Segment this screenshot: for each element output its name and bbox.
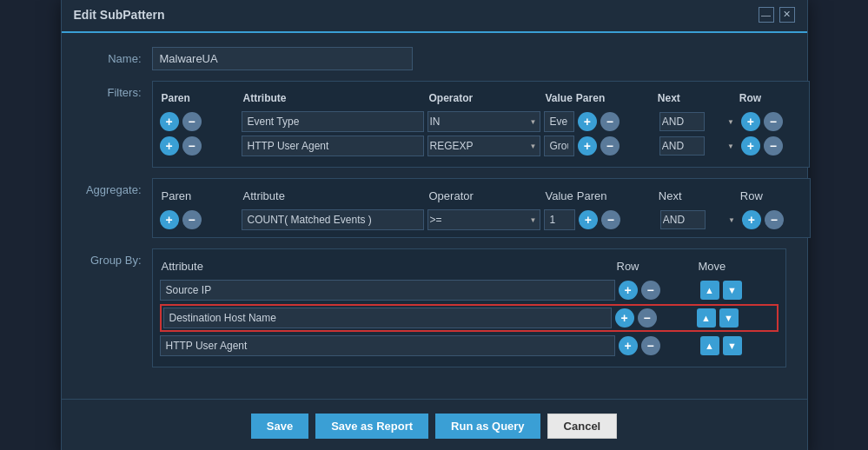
groupby-data-row-1: + − ▲ ▼	[160, 280, 779, 301]
row-cell-1: + −	[741, 112, 802, 131]
footer-buttons: Save Save as Report Run as Query Cancel	[62, 399, 807, 451]
row-remove-2[interactable]: −	[764, 136, 783, 156]
paren-remove-button-1[interactable]: −	[182, 112, 202, 131]
edit-subpattern-dialog: Edit SubPattern — ✕ Name: Filters: Paren…	[61, 0, 808, 450]
gb-row-cell-1: + −	[619, 281, 697, 300]
aggregate-header: Paren Attribute Operator Value Paren Nex…	[160, 186, 803, 206]
run-as-query-button[interactable]: Run as Query	[435, 414, 540, 439]
filter-attribute-1[interactable]	[242, 111, 424, 132]
close-button[interactable]: ✕	[779, 7, 795, 23]
filters-content: Paren Attribute Operator Value Paren Nex…	[152, 81, 810, 168]
col-attribute: Attribute	[243, 92, 426, 104]
agg-paren-right-add-1[interactable]: +	[579, 210, 598, 229]
gb-row-remove-1[interactable]: −	[641, 281, 660, 300]
gb-move-down-3[interactable]: ▼	[723, 336, 742, 355]
filter-operator-select-1[interactable]: IN REGEXP >=	[427, 111, 540, 132]
paren-right-add-1[interactable]: +	[578, 112, 597, 131]
aggregate-content: Paren Attribute Operator Value Paren Nex…	[152, 178, 811, 238]
save-button[interactable]: Save	[251, 414, 308, 439]
col-row: Row	[739, 92, 800, 104]
col-paren1: Paren	[162, 92, 240, 104]
gb-row-cell-2: + −	[615, 308, 693, 328]
paren-right-remove-1[interactable]: −	[600, 112, 620, 131]
groupby-container: Attribute Row Move + − ▲ ▼	[152, 248, 786, 367]
agg-next-cell-1: AND OR	[660, 210, 739, 229]
agg-paren-add-1[interactable]: +	[160, 210, 179, 229]
agg-col-next: Next	[659, 189, 737, 202]
paren-right-remove-2[interactable]: −	[600, 136, 620, 156]
agg-value-1[interactable]	[544, 209, 575, 230]
next-cell-2: AND OR	[659, 136, 738, 156]
filter-value-2[interactable]	[544, 136, 574, 156]
gb-row-cell-3: + −	[619, 336, 697, 355]
gb-col-row: Row	[617, 260, 695, 273]
filters-container: Paren Attribute Operator Value Paren Nex…	[152, 81, 810, 168]
agg-next-select-1[interactable]: AND OR	[660, 210, 706, 229]
gb-attribute-2[interactable]	[163, 308, 612, 328]
filter-attribute-2[interactable]	[242, 136, 424, 156]
gb-move-up-3[interactable]: ▲	[700, 336, 719, 355]
gb-move-up-2[interactable]: ▲	[697, 308, 716, 328]
aggregate-data-row-1: + − >= IN REGEXP	[160, 209, 803, 230]
gb-attribute-1[interactable]	[160, 280, 615, 301]
groupby-row: Group By: Attribute Row Move + −	[83, 248, 786, 367]
paren-left-2: + −	[160, 136, 238, 156]
agg-col-attribute: Attribute	[243, 189, 426, 202]
agg-col-row: Row	[740, 189, 801, 202]
aggregate-label: Aggregate:	[83, 178, 152, 196]
agg-paren-right-remove-1[interactable]: −	[601, 210, 620, 229]
gb-row-add-2[interactable]: +	[615, 308, 634, 328]
paren-add-button-1[interactable]: +	[160, 112, 179, 131]
row-add-2[interactable]: +	[741, 136, 760, 156]
agg-row-remove-1[interactable]: −	[765, 210, 784, 229]
gb-move-down-2[interactable]: ▼	[719, 308, 739, 328]
filters-header: Paren Attribute Operator Value Paren Nex…	[160, 89, 802, 108]
agg-operator-select-1[interactable]: >= IN REGEXP	[427, 209, 540, 230]
save-as-report-button[interactable]: Save as Report	[315, 414, 428, 439]
gb-move-cell-1: ▲ ▼	[700, 281, 779, 300]
name-row: Name:	[83, 47, 786, 70]
gb-row-add-1[interactable]: +	[619, 281, 638, 300]
filter-operator-select-2[interactable]: REGEXP IN >=	[427, 136, 540, 156]
row-cell-2: + −	[741, 136, 802, 156]
agg-row-cell-1: + −	[742, 210, 803, 229]
gb-row-remove-2[interactable]: −	[638, 308, 657, 328]
agg-attribute-1[interactable]	[242, 209, 424, 230]
agg-col-paren2: Paren	[577, 189, 655, 202]
paren-right-1: + −	[578, 112, 656, 131]
paren-add-button-2[interactable]: +	[160, 136, 179, 156]
name-content	[152, 47, 786, 70]
gb-row-remove-3[interactable]: −	[641, 336, 660, 355]
groupby-data-row-3: + − ▲ ▼	[160, 335, 779, 356]
operator-wrapper-2: REGEXP IN >=	[427, 136, 540, 156]
filter-value-1[interactable]	[544, 111, 574, 132]
filter-row-1: + − IN REGEXP >=	[160, 111, 802, 132]
next-wrapper-2: AND OR	[659, 136, 738, 156]
name-label: Name:	[83, 47, 152, 65]
paren-remove-button-2[interactable]: −	[182, 136, 202, 156]
col-next: Next	[658, 92, 736, 104]
paren-left-1: + −	[160, 112, 238, 131]
next-select-2[interactable]: AND OR	[659, 136, 705, 156]
titlebar-controls: — ✕	[759, 7, 795, 23]
paren-right-2: + −	[578, 136, 656, 156]
agg-next-wrapper-1: AND OR	[660, 210, 739, 229]
row-remove-1[interactable]: −	[764, 112, 783, 131]
agg-row-add-1[interactable]: +	[742, 210, 761, 229]
minimize-button[interactable]: —	[759, 7, 774, 23]
gb-attribute-3[interactable]	[160, 335, 615, 356]
gb-row-add-3[interactable]: +	[619, 336, 638, 355]
agg-paren-left-1: + −	[160, 210, 238, 229]
agg-paren-remove-1[interactable]: −	[182, 210, 202, 229]
paren-right-add-2[interactable]: +	[578, 136, 597, 156]
aggregate-container: Paren Attribute Operator Value Paren Nex…	[152, 178, 811, 238]
dialog-title: Edit SubPattern	[74, 8, 165, 22]
gb-move-down-1[interactable]: ▼	[723, 281, 742, 300]
col-operator: Operator	[429, 92, 542, 104]
cancel-button[interactable]: Cancel	[547, 414, 618, 439]
gb-move-up-1[interactable]: ▲	[700, 281, 719, 300]
col-paren2: Paren	[576, 92, 654, 104]
name-input[interactable]	[152, 47, 413, 70]
row-add-1[interactable]: +	[741, 112, 760, 131]
next-select-1[interactable]: AND OR	[659, 112, 705, 131]
